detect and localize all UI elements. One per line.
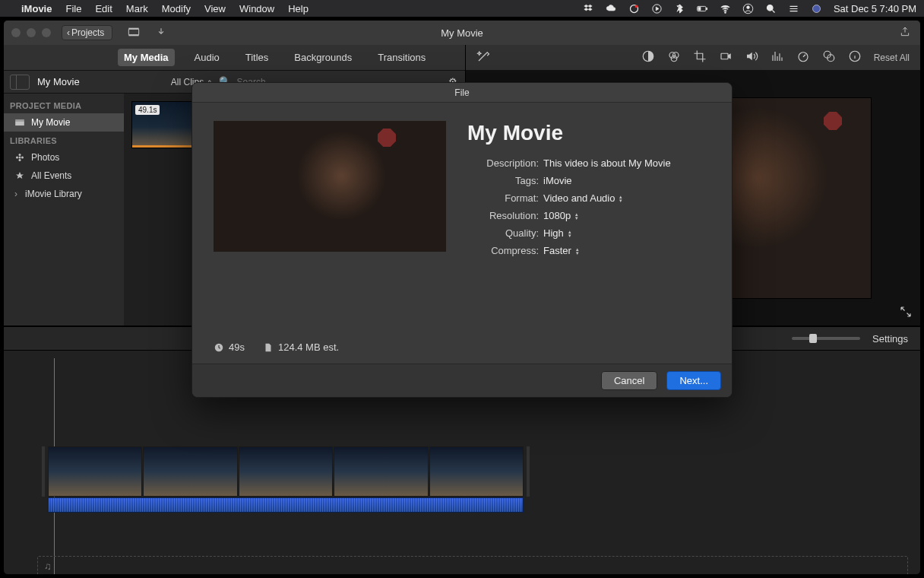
- macos-menubar: iMovie File Edit Mark Modify View Window…: [0, 0, 924, 17]
- tags-label: Tags:: [467, 175, 539, 186]
- chevron-updown-icon: ▴▾: [575, 212, 578, 220]
- next-button[interactable]: Next...: [666, 371, 721, 390]
- import-media-icon[interactable]: [128, 27, 140, 40]
- spotlight-icon[interactable]: [765, 3, 777, 14]
- format-select[interactable]: Video and Audio▴▾: [539, 192, 622, 204]
- sidebar-item-photos[interactable]: Photos: [4, 148, 124, 167]
- reset-all-button[interactable]: Reset All: [874, 52, 910, 63]
- wifi-icon[interactable]: [720, 3, 732, 14]
- music-track[interactable]: ♫: [37, 556, 908, 575]
- zoom-slider[interactable]: [792, 337, 860, 340]
- browser-project-name: My Movie: [37, 76, 80, 87]
- svg-point-1: [635, 5, 638, 8]
- tab-transitions[interactable]: Transitions: [372, 49, 432, 66]
- cloud-icon[interactable]: [606, 3, 618, 14]
- color-balance-icon[interactable]: [641, 49, 655, 65]
- audio-waveform[interactable]: [48, 497, 524, 513]
- timeline-settings-button[interactable]: Settings: [872, 333, 908, 345]
- battery-icon[interactable]: [697, 3, 709, 14]
- stabilization-icon[interactable]: [719, 49, 733, 65]
- control-center-icon[interactable]: [788, 3, 800, 14]
- svg-point-6: [725, 11, 726, 13]
- color-correction-icon[interactable]: [667, 49, 681, 65]
- menu-help[interactable]: Help: [288, 3, 309, 14]
- menu-view[interactable]: View: [204, 3, 226, 14]
- back-to-projects-button[interactable]: ‹ Projects: [62, 25, 112, 40]
- stop-sign-graphic: [824, 112, 842, 130]
- enhance-wand-icon[interactable]: [476, 49, 490, 65]
- traffic-lights[interactable]: [11, 28, 51, 37]
- svg-point-17: [19, 159, 21, 161]
- compress-label: Compress:: [467, 245, 539, 256]
- user-icon[interactable]: [742, 3, 755, 14]
- app-name[interactable]: iMovie: [21, 3, 52, 14]
- volume-icon[interactable]: [745, 49, 758, 65]
- fullscreen-icon[interactable]: [899, 305, 913, 321]
- svg-rect-11: [129, 29, 139, 35]
- cancel-button[interactable]: Cancel: [601, 371, 657, 390]
- sidebar-item-label: iMovie Library: [25, 189, 82, 199]
- sidebar-item-label: Photos: [31, 152, 59, 163]
- clock-icon: [214, 342, 224, 353]
- record-status-icon[interactable]: [628, 3, 641, 14]
- star-icon: [14, 171, 25, 180]
- tab-audio[interactable]: Audio: [188, 49, 226, 66]
- sidebar-header-libraries: LIBRARIES: [4, 132, 124, 148]
- menu-file[interactable]: File: [65, 3, 81, 14]
- sidebar-item-my-movie[interactable]: My Movie: [4, 113, 124, 132]
- description-field[interactable]: This video is about My Movie: [539, 157, 671, 169]
- export-duration: 49s: [229, 341, 245, 353]
- chevron-updown-icon: ▴▾: [576, 247, 579, 255]
- window-titlebar: ‹ Projects My Movie: [4, 21, 920, 45]
- equalizer-icon[interactable]: [771, 49, 784, 65]
- quality-select[interactable]: High▴▾: [539, 227, 571, 239]
- tags-field[interactable]: iMovie: [539, 175, 572, 186]
- resolution-select[interactable]: 1080p▴▾: [539, 210, 578, 221]
- menubar-clock[interactable]: Sat Dec 5 7:40 PM: [834, 3, 916, 14]
- siri-icon[interactable]: [811, 3, 823, 14]
- filters-icon[interactable]: [822, 49, 836, 65]
- back-label: Projects: [71, 27, 104, 38]
- crop-icon[interactable]: [693, 49, 707, 65]
- info-icon[interactable]: [848, 49, 862, 65]
- speed-icon[interactable]: [796, 49, 810, 65]
- clip-edge-right[interactable]: [527, 446, 530, 497]
- share-button[interactable]: [899, 25, 911, 41]
- clip-duration-badge: 49.1s: [135, 105, 160, 115]
- video-track-clip[interactable]: [48, 446, 524, 513]
- chevron-updown-icon: ▴▾: [619, 195, 622, 202]
- svg-rect-4: [707, 8, 707, 10]
- format-label: Format:: [467, 192, 539, 204]
- menu-mark[interactable]: Mark: [126, 3, 148, 14]
- compress-select[interactable]: Faster▴▾: [539, 245, 579, 256]
- music-note-icon: ♫: [44, 561, 52, 572]
- menu-modify[interactable]: Modify: [162, 3, 191, 14]
- export-preview-thumbnail: [214, 121, 446, 252]
- dialog-footer: Cancel Next...: [192, 364, 732, 397]
- dropbox-icon[interactable]: [583, 3, 595, 14]
- tab-titles[interactable]: Titles: [239, 49, 275, 66]
- svg-point-22: [672, 52, 679, 59]
- svg-point-23: [671, 56, 677, 62]
- bluetooth-icon[interactable]: [674, 3, 686, 14]
- clip-edge-left[interactable]: [42, 446, 45, 497]
- sidebar-item-label: My Movie: [31, 117, 70, 128]
- sidebar-item-label: All Events: [31, 170, 71, 181]
- svg-point-18: [16, 157, 18, 159]
- play-circle-icon[interactable]: [651, 3, 663, 14]
- svg-rect-5: [698, 7, 701, 10]
- svg-point-8: [747, 5, 750, 8]
- chevron-left-icon: ‹: [67, 27, 70, 38]
- sidebar-item-all-events[interactable]: All Events: [4, 167, 124, 185]
- svg-rect-13: [129, 34, 139, 36]
- tab-my-media[interactable]: My Media: [118, 49, 175, 66]
- tab-backgrounds[interactable]: Backgrounds: [288, 49, 358, 66]
- sidebar-item-imovie-library[interactable]: › iMovie Library: [4, 185, 124, 203]
- download-icon[interactable]: [155, 27, 167, 40]
- photos-icon: [14, 153, 25, 162]
- toggle-sidebar-button[interactable]: [10, 75, 30, 90]
- window-title: My Movie: [441, 27, 483, 39]
- menu-edit[interactable]: Edit: [95, 3, 112, 14]
- description-label: Description:: [467, 157, 539, 169]
- menu-window[interactable]: Window: [239, 3, 274, 14]
